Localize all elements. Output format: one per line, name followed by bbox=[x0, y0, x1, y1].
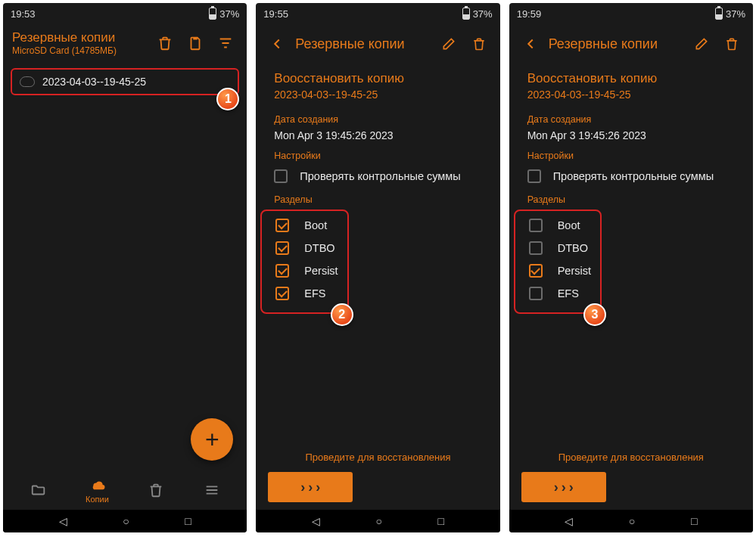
status-bar: 19:55 37% bbox=[256, 3, 499, 24]
screen-2: 19:55 37% Резервные копии Воосстановить … bbox=[256, 3, 499, 532]
partition-boot[interactable]: Boot bbox=[524, 214, 596, 237]
status-time: 19:59 bbox=[517, 8, 542, 20]
back-key[interactable]: ◁ bbox=[312, 515, 320, 527]
annotation-badge-2: 2 bbox=[331, 303, 353, 326]
restore-subtitle: 2023-04-03--19-45-25 bbox=[274, 88, 481, 101]
checkbox-icon[interactable] bbox=[274, 169, 288, 183]
app-header: Резервные копии bbox=[256, 24, 499, 64]
partitions-group: Boot DTBO Persist EFS 3 bbox=[514, 210, 602, 314]
system-navbar: ◁ ○ □ bbox=[509, 510, 753, 532]
partitions-group: Boot DTBO Persist EFS 2 bbox=[260, 210, 348, 314]
section-date-label: Дата создания bbox=[527, 114, 735, 125]
back-button[interactable] bbox=[265, 32, 289, 56]
verify-checksum-label: Проверять контрольные суммы bbox=[553, 170, 714, 182]
swipe-button[interactable]: ››› bbox=[268, 472, 353, 502]
battery-pct: 37% bbox=[219, 8, 239, 20]
annotation-badge-1: 1 bbox=[216, 88, 239, 110]
swipe-area: Проведите для восстановления ››› bbox=[256, 452, 499, 502]
battery-icon bbox=[462, 8, 470, 20]
swipe-label: Проведите для восстановления bbox=[268, 452, 487, 463]
nav-backups[interactable]: Копии bbox=[86, 476, 109, 504]
screen-3: 19:59 37% Резервные копии Воосстановить … bbox=[509, 3, 753, 532]
date-value: Mon Apr 3 19:45:26 2023 bbox=[527, 129, 735, 141]
checkbox-icon[interactable] bbox=[275, 264, 289, 278]
nav-menu[interactable] bbox=[204, 482, 220, 498]
section-partitions-label: Разделы bbox=[527, 194, 735, 205]
restore-title: Воосстановить копию bbox=[274, 71, 481, 86]
nav-folder[interactable] bbox=[30, 482, 47, 498]
filter-button[interactable] bbox=[213, 31, 238, 55]
page-title: Резервные копии bbox=[549, 36, 683, 52]
checkbox-icon[interactable] bbox=[529, 264, 543, 278]
recent-key[interactable]: □ bbox=[185, 515, 191, 527]
verify-checksum-label: Проверять контрольные суммы bbox=[300, 170, 460, 182]
sdcard-button[interactable] bbox=[183, 31, 207, 55]
back-key[interactable]: ◁ bbox=[565, 515, 573, 527]
nav-label: Копии bbox=[86, 495, 109, 504]
content: Воосстановить копию 2023-04-03--19-45-25… bbox=[256, 64, 499, 314]
status-time: 19:55 bbox=[263, 8, 288, 20]
nav-trash[interactable] bbox=[148, 482, 164, 498]
partition-boot[interactable]: Boot bbox=[271, 214, 342, 237]
fab-add-button[interactable]: + bbox=[191, 418, 233, 461]
content: Воосстановить копию 2023-04-03--19-45-25… bbox=[509, 64, 753, 314]
checkbox-icon[interactable] bbox=[529, 287, 543, 300]
header-title-block: Резервные копии MicroSD Card (14785МБ) bbox=[12, 30, 147, 56]
system-navbar: ◁ ○ □ bbox=[256, 510, 499, 532]
section-date-label: Дата создания bbox=[274, 114, 481, 125]
restore-title: Воосстановить копию bbox=[527, 71, 735, 86]
date-value: Mon Apr 3 19:45:26 2023 bbox=[274, 129, 481, 141]
verify-checksum-row[interactable]: Проверять контрольные суммы bbox=[509, 166, 735, 187]
checkbox-icon[interactable] bbox=[529, 219, 543, 232]
partition-persist[interactable]: Persist bbox=[524, 259, 596, 282]
partition-dtbo[interactable]: DTBO bbox=[271, 237, 342, 259]
checkbox-icon[interactable] bbox=[275, 241, 289, 255]
battery-pct: 37% bbox=[473, 8, 493, 20]
delete-button[interactable] bbox=[467, 32, 491, 56]
system-navbar: ◁ ○ □ bbox=[3, 510, 247, 532]
page-subtitle: MicroSD Card (14785МБ) bbox=[12, 45, 147, 56]
partition-persist[interactable]: Persist bbox=[271, 259, 342, 282]
checkbox-icon[interactable] bbox=[527, 169, 541, 183]
back-key[interactable]: ◁ bbox=[59, 515, 67, 527]
swipe-label: Проведите для восстановления bbox=[521, 452, 741, 463]
app-header: Резервные копии bbox=[509, 24, 753, 64]
page-title: Резервные копии bbox=[12, 30, 147, 45]
recent-key[interactable]: □ bbox=[691, 515, 697, 527]
status-time: 19:53 bbox=[11, 8, 36, 20]
recent-key[interactable]: □ bbox=[438, 515, 444, 527]
delete-button[interactable] bbox=[720, 32, 744, 56]
status-bar: 19:59 37% bbox=[509, 3, 753, 24]
home-key[interactable]: ○ bbox=[376, 515, 382, 527]
backup-list-item[interactable]: 2023-04-03--19-45-25 1 bbox=[11, 68, 239, 95]
screen-1: 19:53 37% Резервные копии MicroSD Card (… bbox=[3, 3, 247, 532]
battery-icon bbox=[715, 8, 723, 20]
back-button[interactable] bbox=[518, 32, 543, 56]
edit-button[interactable] bbox=[689, 32, 714, 56]
bottom-nav: Копии bbox=[3, 470, 247, 510]
page-title: Резервные копии bbox=[295, 36, 430, 52]
status-bar: 19:53 37% bbox=[3, 3, 247, 24]
checkbox-icon[interactable] bbox=[275, 287, 289, 300]
backup-name: 2023-04-03--19-45-25 bbox=[42, 76, 146, 88]
partition-efs[interactable]: EFS bbox=[524, 282, 596, 305]
checkbox-icon[interactable] bbox=[275, 219, 289, 232]
battery-pct: 37% bbox=[726, 8, 745, 20]
home-key[interactable]: ○ bbox=[629, 515, 635, 527]
swipe-area: Проведите для восстановления ››› bbox=[509, 452, 753, 502]
partition-dtbo[interactable]: DTBO bbox=[524, 237, 596, 259]
checkbox-icon[interactable] bbox=[529, 241, 543, 255]
app-header: Резервные копии MicroSD Card (14785МБ) bbox=[3, 24, 247, 62]
section-settings-label: Настройки bbox=[527, 151, 735, 161]
verify-checksum-row[interactable]: Проверять контрольные суммы bbox=[256, 166, 481, 187]
edit-button[interactable] bbox=[437, 32, 461, 56]
section-settings-label: Настройки bbox=[274, 151, 481, 161]
cloud-icon bbox=[20, 76, 35, 87]
battery-icon bbox=[209, 8, 216, 20]
swipe-button[interactable]: ››› bbox=[521, 472, 606, 502]
annotation-badge-3: 3 bbox=[583, 303, 606, 326]
restore-subtitle: 2023-04-03--19-45-25 bbox=[527, 88, 735, 101]
partition-efs[interactable]: EFS bbox=[271, 282, 342, 305]
delete-button[interactable] bbox=[153, 31, 177, 55]
home-key[interactable]: ○ bbox=[123, 515, 129, 527]
